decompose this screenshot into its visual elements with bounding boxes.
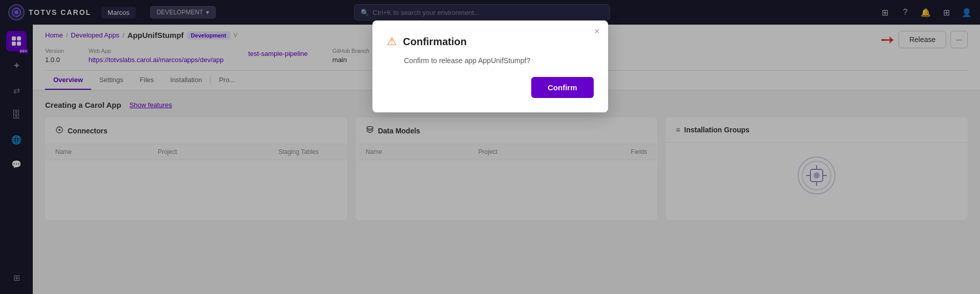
confirmation-modal: × ⚠ Confirmation Confirm to release app … — [372, 21, 608, 112]
modal-title: Confirmation — [403, 36, 467, 48]
modal-actions: Confirm — [387, 77, 594, 98]
confirm-button[interactable]: Confirm — [531, 77, 594, 98]
modal-body-text: Confirm to release app AppUnifStumpf? — [387, 56, 594, 65]
warning-icon: ⚠ — [387, 35, 397, 48]
modal-close-button[interactable]: × — [594, 27, 600, 36]
modal-title-row: ⚠ Confirmation — [387, 35, 594, 48]
modal-overlay: × ⚠ Confirmation Confirm to release app … — [0, 0, 980, 294]
